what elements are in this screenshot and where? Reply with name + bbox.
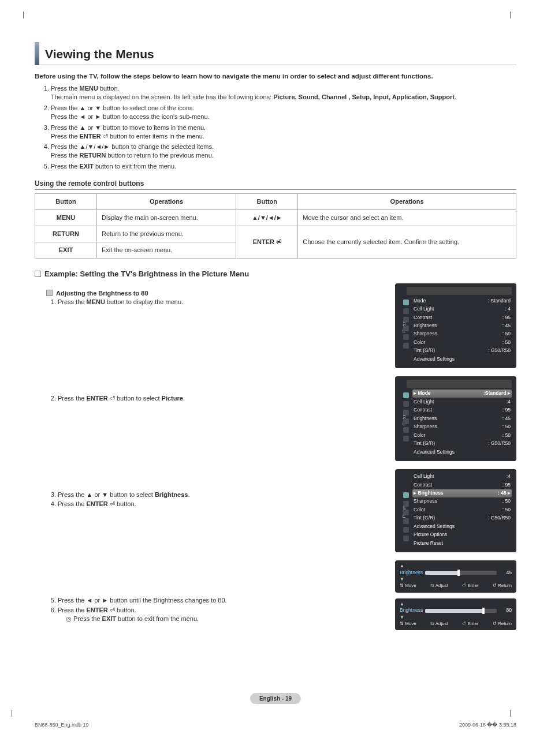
- op-menu: Display the main on-screen menu.: [97, 209, 236, 226]
- osd-icon-column: [402, 492, 410, 548]
- op-exit: Exit the on-screen menu.: [97, 242, 236, 258]
- th-operations-1: Operations: [97, 194, 236, 210]
- arrow-down-icon: ▼: [400, 577, 512, 582]
- arrow-up-icon: ▲: [400, 602, 512, 607]
- th-button-1: Button: [35, 194, 97, 210]
- square-bullet-icon: [35, 271, 41, 277]
- th-button-2: Button: [236, 194, 298, 210]
- step-2: Press the ▲ or ▼ button to select one of…: [51, 104, 516, 121]
- crop-marks-top: [23, 12, 528, 17]
- ex-step-5: Press the ◄ or ► button until the Bright…: [58, 596, 384, 605]
- osd-head: [407, 287, 512, 295]
- foot-enter: ⏎ Enter: [462, 621, 478, 627]
- example-heading: Example: Setting the TV's Brightness in …: [35, 269, 516, 279]
- osd-selected-row: ▸ Mode:Standard ▸: [412, 390, 512, 398]
- osd-preview-2: Picture ▸ Mode:Standard ▸ Cell Light:4 C…: [395, 376, 516, 461]
- adjust-heading: Adjusting the Brightness to 80 Press the…: [46, 289, 384, 306]
- ex-step-2: Press the ENTER ⏎ button to select Pictu…: [58, 394, 384, 403]
- enter-icon: ⏎: [108, 500, 115, 507]
- btn-menu: MENU: [35, 209, 97, 226]
- foot-enter: ⏎ Enter: [462, 583, 478, 589]
- enter-icon: ⏎: [108, 607, 115, 613]
- step-3: Press the ▲ or ▼ button to move to items…: [51, 123, 516, 141]
- remote-buttons-table: Button Operations Button Operations MENU…: [35, 193, 516, 258]
- osd-preview-1: Picture Mode: Standard Cell Light: 4 Con…: [395, 283, 516, 368]
- op-enter: Choose the currently selected item. Conf…: [298, 226, 516, 258]
- enter-icon: ⏎: [108, 395, 115, 402]
- osd-preview-3: Picture Cell Light:4 Contrast: 95 ▸ Brig…: [395, 469, 516, 552]
- ex-step-3: Press the ▲ or ▼ button to select Bright…: [58, 491, 384, 499]
- ex-step-4: Press the ENTER ⏎ button.: [58, 500, 384, 508]
- foot-adjust: ⇆ Adjust: [430, 621, 448, 627]
- brightness-slider-45: ▲ Brightness 45 ▼ ⇅ Move ⇆ Adjust ⏎ Ente…: [395, 560, 516, 593]
- osd-selected-row: ▸ Brightness: 45 ▸: [412, 489, 512, 497]
- foot-return: ↺ Return: [493, 583, 512, 589]
- slider-value: 80: [500, 607, 512, 613]
- slider-value: 45: [500, 570, 512, 576]
- remote-heading: Using the remote control buttons: [35, 179, 516, 190]
- foot-adjust: ⇆ Adjust: [430, 583, 448, 589]
- osd-head: [407, 380, 512, 388]
- title-underline: [35, 65, 516, 65]
- op-return: Return to the previous menu.: [97, 226, 236, 242]
- exit-note: ◎ Press the EXIT button to exit from the…: [58, 615, 384, 623]
- osd-icon-column: [402, 300, 410, 364]
- crop-marks-bottom: [12, 710, 528, 716]
- square-bullet-icon: [46, 290, 53, 296]
- step-1: Press the MENU button. The main menu is …: [51, 84, 516, 102]
- intro-text: Before using the TV, follow the steps be…: [35, 72, 516, 81]
- btn-enter: ENTER ⏎: [236, 226, 298, 258]
- enter-icon: ⏎: [274, 238, 281, 245]
- arrow-down-icon: ▼: [400, 615, 512, 620]
- print-footer: BN68-850_Eng.indb 19 2009-06-18 �� 3:55:…: [35, 721, 516, 728]
- brightness-slider-80: ▲ Brightness 80 ▼ ⇅ Move ⇆ Adjust ⏎ Ente…: [395, 598, 516, 631]
- ex-step-6: Press the ENTER ⏎ button. ◎ Press the EX…: [58, 606, 384, 623]
- enter-icon: ⏎: [101, 133, 108, 140]
- osd-icon-column: [402, 392, 410, 456]
- main-steps-list: Press the MENU button. The main menu is …: [39, 84, 516, 171]
- slider-label: Brightness: [400, 607, 425, 613]
- page-title: Viewing the Menus: [45, 46, 516, 62]
- op-arrows: Move the cursor and select an item.: [298, 209, 516, 226]
- arrow-up-icon: ▲: [400, 564, 512, 568]
- btn-return: RETURN: [35, 226, 97, 242]
- ex-step-1: Press the MENU button to display the men…: [58, 298, 384, 306]
- title-accent-bar: [35, 42, 39, 65]
- step-4: Press the ▲/▼/◄/► button to change the s…: [51, 143, 516, 160]
- slider-label: Brightness: [400, 570, 425, 576]
- btn-exit: EXIT: [35, 242, 97, 258]
- step-5: Press the EXIT button to exit from the m…: [51, 162, 516, 171]
- foot-move: ⇅ Move: [400, 583, 416, 589]
- print-left: BN68-850_Eng.indb 19: [35, 721, 89, 728]
- btn-arrows: ▲/▼/◄/►: [236, 209, 298, 226]
- foot-return: ↺ Return: [493, 621, 512, 627]
- th-operations-2: Operations: [298, 194, 516, 210]
- print-right: 2009-06-18 �� 3:55:18: [459, 721, 516, 728]
- page-footer-pill: English - 19: [250, 693, 301, 705]
- foot-move: ⇅ Move: [400, 621, 416, 627]
